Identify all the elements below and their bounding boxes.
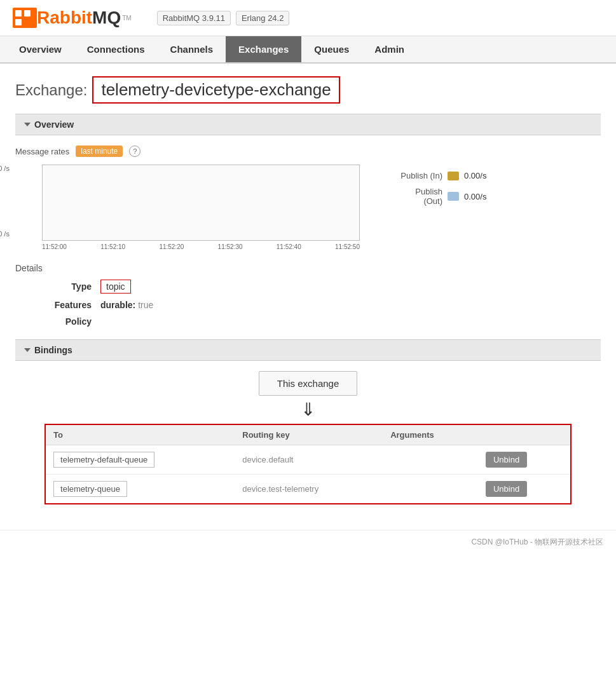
- bindings-table: To Routing key Arguments telemetry-defau…: [44, 424, 572, 504]
- legend-publish-in-swatch: [448, 172, 459, 180]
- binding-to-1: telemetry-default-queue: [45, 445, 235, 475]
- table-row: telemetry-default-queue device.default U…: [45, 445, 571, 475]
- overview-section-title: Overview: [34, 119, 74, 130]
- bindings-section-header: Bindings: [15, 339, 601, 361]
- x-label-5: 11:52:50: [335, 243, 360, 250]
- bindings-collapse-triangle-icon[interactable]: [24, 348, 31, 352]
- chart-container: 1.0 /s 0.0 /s 11:52:00 11:52:10 11:52:20…: [15, 165, 601, 250]
- logo-icon: [13, 8, 37, 28]
- svg-rect-3: [15, 19, 22, 25]
- message-rates-bar: Message rates last minute ?: [15, 145, 601, 157]
- legend-publish-out-swatch: [448, 192, 459, 201]
- col-arguments: Arguments: [383, 424, 478, 445]
- details-title: Details: [15, 263, 601, 273]
- x-label-0: 11:52:00: [42, 243, 67, 250]
- main-content: Exchange: telemetry-devicetype-exchange …: [0, 64, 616, 530]
- nav-exchanges[interactable]: Exchanges: [226, 36, 301, 62]
- version-badge: RabbitMQ 3.9.11: [157, 11, 231, 25]
- chart-box: [42, 165, 360, 241]
- chart-legend: Publish (In) 0.00/s Publish(Out) 0.00/s: [379, 165, 486, 206]
- nav-overview[interactable]: Overview: [6, 36, 74, 62]
- details-type-value: topic: [100, 280, 131, 294]
- nav-connections[interactable]: Connections: [74, 36, 158, 62]
- col-action: [478, 424, 571, 445]
- x-label-1: 11:52:10: [100, 243, 125, 250]
- binding-routing-key-2: device.test-telemetry: [235, 475, 383, 504]
- svg-rect-2: [24, 10, 31, 17]
- details-type-row: Type topic: [15, 280, 601, 294]
- chart-y-top-label: 1.0 /s: [0, 165, 10, 172]
- routing-key-value-2: device.test-telemetry: [242, 484, 318, 494]
- chart-y-bottom-label: 0.0 /s: [0, 230, 10, 238]
- x-label-4: 11:52:40: [277, 243, 301, 250]
- bindings-table-header-row: To Routing key Arguments: [45, 424, 571, 445]
- bindings-section-title: Bindings: [34, 345, 72, 355]
- question-mark-icon[interactable]: ?: [129, 145, 140, 157]
- chart-x-labels: 11:52:00 11:52:10 11:52:20 11:52:30 11:5…: [42, 243, 360, 250]
- binding-action-1: Unbind: [478, 445, 571, 475]
- page-title-prefix: Exchange:: [15, 81, 87, 99]
- unbind-button-1[interactable]: Unbind: [486, 452, 527, 468]
- routing-key-value-1: device.default: [242, 455, 293, 464]
- details-section: Details Type topic Features durable: tru…: [15, 263, 601, 327]
- chart-wrapper: 1.0 /s 0.0 /s 11:52:00 11:52:10 11:52:20…: [15, 165, 360, 250]
- legend-publish-out-label: Publish(Out): [379, 187, 442, 206]
- erlang-badge: Erlang 24.2: [236, 11, 290, 25]
- binding-to-2: telemetry-queue: [45, 475, 235, 504]
- details-type-key: Type: [28, 281, 92, 292]
- unbind-button-2[interactable]: Unbind: [486, 481, 527, 497]
- page-title-row: Exchange: telemetry-devicetype-exchange: [15, 76, 601, 104]
- col-to: To: [45, 424, 235, 445]
- details-policy-key: Policy: [28, 316, 92, 327]
- footer-text: CSDN @IoTHub - 物联网开源技术社区: [471, 538, 603, 546]
- svg-rect-1: [15, 10, 22, 17]
- nav-queues[interactable]: Queues: [301, 36, 362, 62]
- x-label-2: 11:52:20: [159, 243, 184, 250]
- nav-channels[interactable]: Channels: [158, 36, 226, 62]
- logo: RabbitMQ TM: [13, 8, 132, 28]
- legend-publish-in: Publish (In) 0.00/s: [379, 171, 486, 180]
- top-header: RabbitMQ TM RabbitMQ 3.9.11 Erlang 24.2: [0, 0, 616, 36]
- table-row: telemetry-queue device.test-telemetry Un…: [45, 475, 571, 504]
- binding-arguments-1: [383, 445, 478, 475]
- message-rates-label: Message rates: [15, 147, 69, 156]
- overview-section-header: Overview: [15, 114, 601, 135]
- collapse-triangle-icon[interactable]: [24, 123, 31, 126]
- header-badges: RabbitMQ 3.9.11 Erlang 24.2: [157, 11, 290, 25]
- main-nav: Overview Connections Channels Exchanges …: [0, 36, 616, 64]
- legend-publish-out: Publish(Out) 0.00/s: [379, 187, 486, 206]
- legend-publish-out-value: 0.00/s: [464, 192, 486, 201]
- binding-routing-key-1: device.default: [235, 445, 383, 475]
- arrow-down-icon: ⇓: [301, 401, 315, 419]
- durable-value: true: [138, 300, 153, 310]
- details-policy-row: Policy: [15, 316, 601, 327]
- exchange-name: telemetry-devicetype-exchange: [92, 76, 339, 104]
- details-features-key: Features: [28, 300, 92, 310]
- legend-publish-in-label: Publish (In): [379, 171, 442, 180]
- x-label-3: 11:52:30: [218, 243, 243, 250]
- message-rates-period[interactable]: last minute: [76, 145, 123, 157]
- binding-arguments-2: [383, 475, 478, 504]
- details-features-row: Features durable: true: [15, 300, 601, 310]
- this-exchange-box: This exchange: [259, 371, 358, 396]
- logo-tm: TM: [122, 15, 131, 22]
- col-routing-key: Routing key: [235, 424, 383, 445]
- logo-text: RabbitMQ: [37, 8, 121, 28]
- bindings-content: This exchange ⇓ To Routing key Arguments…: [15, 371, 601, 504]
- footer: CSDN @IoTHub - 物联网开源技术社区: [0, 530, 616, 554]
- queue-tag-1: telemetry-default-queue: [53, 452, 154, 468]
- legend-publish-in-value: 0.00/s: [464, 171, 486, 180]
- binding-action-2: Unbind: [478, 475, 571, 504]
- queue-tag-2: telemetry-queue: [53, 481, 127, 497]
- details-features-value: durable: true: [100, 300, 153, 310]
- nav-admin[interactable]: Admin: [362, 36, 417, 62]
